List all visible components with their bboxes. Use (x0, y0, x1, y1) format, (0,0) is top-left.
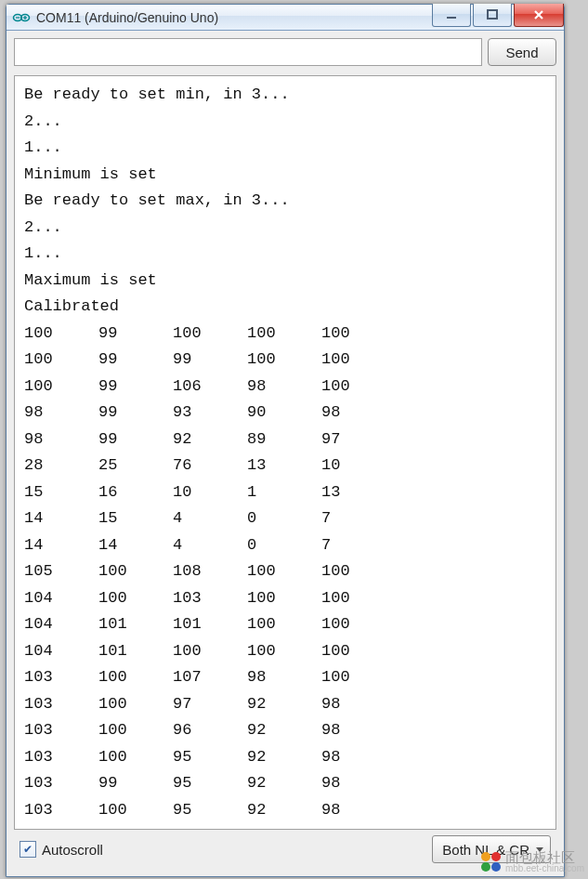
window-title: COM11 (Arduino/Genuino Uno) (36, 10, 218, 25)
watermark-text: 面包板社区 (505, 850, 584, 864)
minimize-button[interactable] (432, 4, 471, 27)
send-row: Send (14, 38, 556, 66)
serial-output[interactable]: Be ready to set min, in 3... 2... 1... M… (14, 75, 556, 830)
svg-rect-5 (447, 17, 456, 19)
svg-rect-6 (488, 10, 497, 19)
watermark: 面包板社区 mbb.eet-china.com (477, 848, 588, 875)
window-controls (432, 4, 564, 27)
watermark-logo-icon (481, 852, 502, 872)
serial-monitor-window: COM11 (Arduino/Genuino Uno) Send Be read… (6, 4, 565, 877)
arduino-icon (12, 8, 31, 27)
maximize-button[interactable] (473, 4, 512, 27)
autoscroll-toggle[interactable]: ✔ Autoscroll (20, 841, 103, 858)
checkbox-icon: ✔ (20, 841, 36, 858)
title-bar[interactable]: COM11 (Arduino/Genuino Uno) (7, 5, 564, 31)
serial-input[interactable] (14, 38, 482, 66)
footer-bar: ✔ Autoscroll Both NL & CR (14, 830, 556, 869)
close-button[interactable] (514, 4, 564, 27)
autoscroll-label: Autoscroll (42, 842, 103, 858)
send-button[interactable]: Send (488, 38, 556, 66)
watermark-sub: mbb.eet-china.com (505, 864, 584, 873)
content-area: Send Be ready to set min, in 3... 2... 1… (7, 31, 564, 876)
